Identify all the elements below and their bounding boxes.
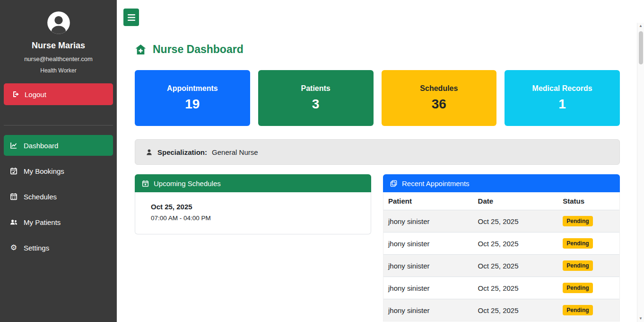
recent-appointments-panel: Recent Appointments Patient Date Status bbox=[383, 174, 620, 322]
table-header-row: Patient Date Status bbox=[383, 192, 619, 210]
id-card-icon bbox=[390, 180, 397, 187]
stat-label: Schedules bbox=[420, 84, 458, 93]
nurse-icon bbox=[146, 149, 153, 156]
status-badge: Pending bbox=[563, 216, 592, 226]
clinic-icon bbox=[135, 44, 147, 55]
status-badge: Pending bbox=[563, 305, 592, 315]
menu-toggle-button[interactable] bbox=[123, 9, 139, 26]
stat-label: Appointments bbox=[167, 84, 218, 93]
logout-icon bbox=[12, 90, 20, 98]
table-row: jhony sinister Oct 25, 2025 Pending bbox=[383, 277, 619, 299]
page-title-text: Nurse Dashboard bbox=[153, 43, 244, 56]
sidebar-item-label: My Patients bbox=[24, 218, 61, 226]
cell-patient: jhony sinister bbox=[383, 277, 473, 299]
sidebar-item-my-bookings[interactable]: My Bookings bbox=[4, 161, 113, 181]
stat-card-appointments: Appointments 19 bbox=[135, 70, 250, 126]
logout-button[interactable]: Logout bbox=[4, 83, 113, 105]
user-profile: Nurse Marias nurse@healthcenter.com Heal… bbox=[0, 0, 117, 74]
cell-date: Oct 25, 2025 bbox=[473, 233, 558, 255]
schedule-entry: Oct 25, 2025 07:00 AM - 04:00 PM bbox=[135, 192, 371, 234]
recent-appointments-header: Recent Appointments bbox=[383, 174, 620, 192]
gear-icon: ⚙ bbox=[9, 244, 18, 251]
column-header-patient: Patient bbox=[383, 192, 473, 210]
hamburger-icon bbox=[128, 14, 135, 21]
appointments-table: Patient Date Status jhony sinister Oct 2… bbox=[383, 192, 620, 322]
logout-label: Logout bbox=[25, 90, 46, 98]
cell-patient: jhony sinister bbox=[383, 299, 473, 322]
panel-title: Recent Appointments bbox=[402, 179, 470, 188]
cell-date: Oct 25, 2025 bbox=[473, 277, 558, 299]
sidebar-item-label: Dashboard bbox=[24, 142, 58, 150]
sidebar-nav: Dashboard My Bookings bbox=[0, 135, 117, 263]
users-icon bbox=[9, 218, 18, 226]
table-row: jhony sinister Oct 25, 2025 Pending bbox=[383, 233, 619, 255]
sidebar: Nurse Marias nurse@healthcenter.com Heal… bbox=[0, 0, 117, 322]
table-row: jhony sinister Oct 25, 2025 Pending bbox=[383, 255, 619, 277]
vertical-scrollbar[interactable]: ▲ ▼ bbox=[637, 23, 644, 322]
user-name: Nurse Marias bbox=[0, 41, 117, 51]
column-header-status: Status bbox=[558, 192, 619, 210]
panel-title: Upcoming Schedules bbox=[154, 179, 221, 188]
schedule-date: Oct 25, 2025 bbox=[151, 203, 355, 211]
specialization-bar: Specialization: General Nurse bbox=[135, 139, 620, 165]
main-area: Nurse Dashboard Appointments 19 Patients… bbox=[117, 0, 644, 322]
sidebar-item-label: Settings bbox=[24, 244, 49, 252]
sidebar-divider bbox=[4, 125, 113, 125]
scroll-down-arrow[interactable]: ▼ bbox=[639, 315, 643, 322]
column-header-date: Date bbox=[473, 192, 558, 210]
stat-cards: Appointments 19 Patients 3 Schedules 36 … bbox=[135, 70, 620, 126]
dashboard-content: Nurse Dashboard Appointments 19 Patients… bbox=[117, 43, 644, 322]
sidebar-item-my-patients[interactable]: My Patients bbox=[4, 212, 113, 233]
specialization-label: Specialization: bbox=[157, 148, 207, 156]
sidebar-item-label: My Bookings bbox=[24, 167, 64, 175]
calendar-check-icon bbox=[9, 167, 18, 175]
sidebar-item-dashboard[interactable]: Dashboard bbox=[4, 135, 113, 156]
stat-label: Patients bbox=[301, 84, 331, 93]
cell-date: Oct 25, 2025 bbox=[473, 210, 558, 233]
scrollbar-thumb[interactable] bbox=[639, 31, 643, 64]
schedule-time: 07:00 AM - 04:00 PM bbox=[151, 215, 355, 222]
table-row: jhony sinister Oct 25, 2025 Pending bbox=[383, 299, 619, 322]
sidebar-item-settings[interactable]: ⚙ Settings bbox=[4, 237, 113, 258]
stat-card-schedules: Schedules 36 bbox=[382, 70, 497, 126]
stat-value: 1 bbox=[558, 97, 566, 112]
page-title: Nurse Dashboard bbox=[135, 43, 620, 56]
calendar-plus-icon bbox=[142, 180, 149, 187]
cell-patient: jhony sinister bbox=[383, 255, 473, 277]
status-badge: Pending bbox=[563, 238, 592, 249]
topbar bbox=[117, 0, 644, 26]
app-root: Nurse Marias nurse@healthcenter.com Heal… bbox=[0, 0, 644, 322]
panels-row: Upcoming Schedules Oct 25, 2025 07:00 AM… bbox=[135, 174, 620, 322]
stat-value: 3 bbox=[312, 97, 320, 112]
scroll-up-arrow[interactable]: ▲ bbox=[639, 23, 643, 29]
sidebar-item-label: Schedules bbox=[24, 193, 57, 201]
stat-card-patients: Patients 3 bbox=[258, 70, 374, 126]
calendar-icon bbox=[9, 193, 18, 200]
cell-date: Oct 25, 2025 bbox=[473, 299, 558, 322]
stat-value: 36 bbox=[432, 97, 446, 112]
avatar bbox=[46, 10, 71, 35]
status-badge: Pending bbox=[563, 283, 592, 293]
cell-patient: jhony sinister bbox=[383, 233, 473, 255]
stat-label: Medical Records bbox=[532, 84, 592, 93]
user-role: Health Worker bbox=[0, 67, 117, 74]
stat-card-medical-records: Medical Records 1 bbox=[505, 70, 620, 126]
upcoming-schedules-header: Upcoming Schedules bbox=[135, 174, 371, 192]
table-row: jhony sinister Oct 25, 2025 Pending bbox=[383, 210, 619, 233]
stat-value: 19 bbox=[185, 97, 200, 112]
cell-patient: jhony sinister bbox=[383, 210, 473, 233]
sidebar-item-schedules[interactable]: Schedules bbox=[4, 186, 113, 207]
status-badge: Pending bbox=[563, 260, 592, 271]
specialization-value: General Nurse bbox=[212, 148, 258, 156]
cell-date: Oct 25, 2025 bbox=[473, 255, 558, 277]
user-email: nurse@healthcenter.com bbox=[0, 55, 117, 63]
chart-line-icon bbox=[9, 142, 18, 149]
upcoming-schedules-panel: Upcoming Schedules Oct 25, 2025 07:00 AM… bbox=[135, 174, 371, 234]
